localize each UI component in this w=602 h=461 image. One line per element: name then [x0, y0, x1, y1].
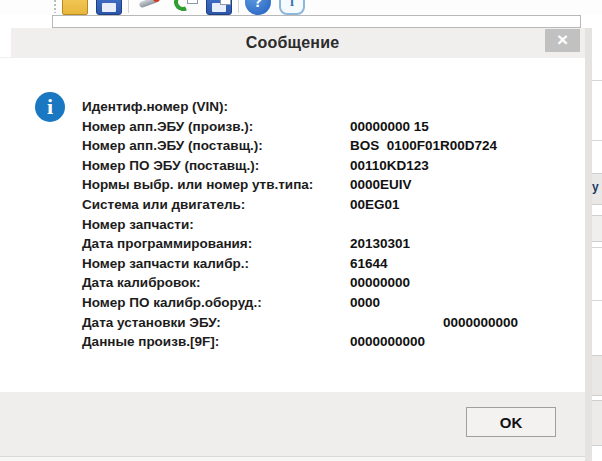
dialog-bottom-strip	[0, 456, 585, 461]
info-bubble-icon[interactable]: i	[279, 0, 305, 15]
toolbar: ? i	[0, 0, 602, 15]
row-label: Данные произв.[9F]:	[82, 332, 350, 352]
row-value: 0000000000	[350, 332, 565, 352]
refresh-document-icon[interactable]	[172, 0, 198, 15]
row-label: Номер запчасти:	[82, 215, 350, 235]
info-row: Дата калибровок: 00000000	[82, 273, 565, 293]
row-value: BOS 0100F01R00D724	[350, 136, 565, 156]
row-label: Дата установки ЭБУ:	[82, 313, 350, 333]
row-value	[350, 215, 565, 235]
toolbar-panel	[52, 15, 581, 28]
info-icon: i	[35, 92, 65, 122]
row-value: 0000EUIV	[350, 175, 565, 195]
floppy-label	[102, 3, 116, 12]
row-value: 00110KD123	[350, 156, 565, 176]
message-dialog: Сообщение × i Идентиф.номер (VIN): Номер…	[0, 28, 592, 461]
info-row: Номер апп.ЭБУ (поставщ.): BOS 0100F01R00…	[82, 136, 565, 156]
row-value: 0000	[350, 293, 565, 313]
info-row: Номер запчасти:	[82, 215, 565, 235]
ok-button[interactable]: OK	[466, 407, 556, 437]
background-text-fragment: y	[592, 180, 599, 194]
info-row: Номер ПО ЭБУ (поставщ.): 00110KD123	[82, 156, 565, 176]
row-label: Номер запчасти калибр.:	[82, 254, 350, 274]
help-icon[interactable]: ?	[245, 0, 271, 15]
row-label: Номер ПО ЭБУ (поставщ.):	[82, 156, 350, 176]
row-label: Номер ПО калибр.оборуд.:	[82, 293, 350, 313]
row-label: Нормы выбр. или номер утв.типа:	[82, 175, 350, 195]
row-label: Система или двигатель:	[82, 195, 350, 215]
toolbar-separator	[238, 0, 239, 13]
row-value: 00000000 15	[350, 117, 565, 137]
row-value: 00EG01	[350, 195, 565, 215]
info-row: Номер запчасти калибр.: 61644	[82, 254, 565, 274]
app-window: ? i y Сообщение × i Идентиф.номер (VIN):…	[0, 0, 602, 461]
info-row: Дата установки ЭБУ: 0000000000	[82, 313, 565, 333]
row-label: Дата калибровок:	[82, 273, 350, 293]
settings-wrench-icon[interactable]	[136, 0, 162, 15]
toolbar-gripper	[54, 0, 56, 13]
row-value	[350, 97, 565, 117]
info-rows: Идентиф.номер (VIN): Номер апп.ЭБУ (прои…	[82, 97, 565, 352]
info-row: Номер ПО калибр.оборуд.: 0000	[82, 293, 565, 313]
info-row: Идентиф.номер (VIN):	[82, 97, 565, 117]
open-folder-icon[interactable]	[62, 0, 88, 15]
toolbar-separator	[128, 0, 129, 13]
dialog-titlebar[interactable]: Сообщение ×	[0, 28, 585, 58]
dialog-footer: OK	[0, 392, 585, 456]
info-row: Номер апп.ЭБУ (произв.): 00000000 15	[82, 117, 565, 137]
close-button[interactable]: ×	[545, 29, 580, 52]
save-icon[interactable]	[96, 0, 122, 15]
row-label: Номер апп.ЭБУ (произв.):	[82, 117, 350, 137]
row-label: Дата программирования:	[82, 234, 350, 254]
dialog-body: i Идентиф.номер (VIN): Номер апп.ЭБУ (пр…	[0, 58, 585, 392]
save-document-icon[interactable]	[206, 0, 232, 15]
small-document	[220, 0, 231, 5]
close-icon: ×	[557, 29, 568, 50]
row-value: 00000000	[350, 273, 565, 293]
row-value: 20130301	[350, 234, 565, 254]
info-row: Нормы выбр. или номер утв.типа: 0000EUIV	[82, 175, 565, 195]
row-value: 61644	[350, 254, 565, 274]
info-row: Система или двигатель: 00EG01	[82, 195, 565, 215]
info-row: Дата программирования: 20130301	[82, 234, 565, 254]
row-label: Номер апп.ЭБУ (поставщ.):	[82, 136, 350, 156]
background-table: y	[592, 28, 602, 461]
small-document	[187, 0, 198, 4]
dialog-title: Сообщение	[0, 28, 585, 58]
row-value: 0000000000	[350, 313, 565, 333]
info-row: Данные произв.[9F]: 0000000000	[82, 332, 565, 352]
row-label: Идентиф.номер (VIN):	[82, 97, 350, 117]
